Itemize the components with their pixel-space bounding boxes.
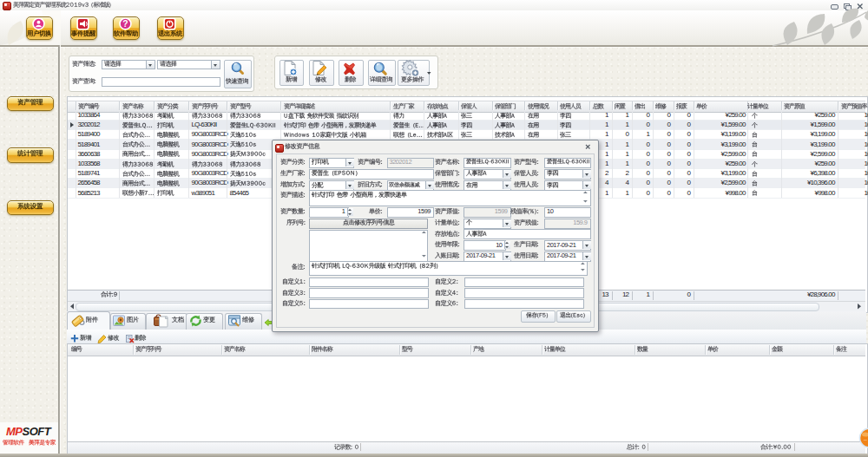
svg-text:?: ? xyxy=(122,19,128,29)
svg-text:..: .. xyxy=(864,435,867,441)
